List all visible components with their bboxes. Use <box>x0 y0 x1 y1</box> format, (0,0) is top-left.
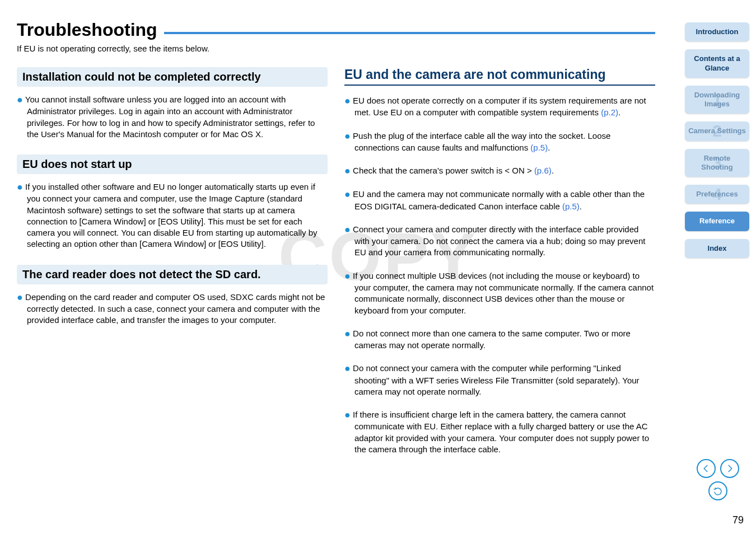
nav-button[interactable]: Index <box>685 239 749 258</box>
bullet-icon: ● <box>344 328 351 339</box>
nav-button[interactable]: 2Camera Settings <box>685 121 749 140</box>
nav-label: Preferences <box>687 190 747 199</box>
list-item: ● If there is insufficient charge left i… <box>344 407 655 455</box>
back-button[interactable] <box>708 481 727 500</box>
arrow-right-icon <box>725 463 735 474</box>
page-ref-link[interactable]: (p.6) <box>534 166 552 175</box>
nav-button[interactable]: Contents at a Glance <box>685 49 749 78</box>
nav-button[interactable]: 1Downloading Images <box>685 86 749 114</box>
page-number: 79 <box>732 514 744 526</box>
bullet-icon: ● <box>344 95 351 106</box>
pager <box>697 459 739 500</box>
text: Do not connect your camera with the comp… <box>353 363 640 396</box>
list-item: ● If you connect multiple USB devices (n… <box>344 269 655 316</box>
text: Push the plug of the interface cable all… <box>353 131 610 152</box>
nav-label: Downloading Images <box>687 91 747 109</box>
text: . <box>618 107 620 117</box>
bullet-icon: ● <box>17 292 23 303</box>
list-item: ● Do not connect more than one camera to… <box>344 326 655 352</box>
nav-label: Introduction <box>687 27 747 36</box>
bullet-icon: ● <box>344 224 351 235</box>
nav-label: Index <box>687 244 747 253</box>
page-title: Troubleshooting <box>17 20 157 40</box>
bullet-icon: ● <box>344 165 351 176</box>
heading-card: The card reader does not detect the SD c… <box>17 265 328 284</box>
bullet-icon: ● <box>344 363 351 374</box>
text: Depending on the card reader and compute… <box>25 292 325 325</box>
title-rule <box>164 32 655 34</box>
nav-label: Reference <box>687 217 747 226</box>
bullet-icon: ● <box>344 130 351 142</box>
text: . <box>552 166 554 175</box>
nav-label: Camera Settings <box>687 127 747 135</box>
right-column: EU and the camera are not communicating … <box>344 67 655 465</box>
text: You cannot install software unless you a… <box>25 95 315 139</box>
text: If you connect multiple USB devices (not… <box>353 271 654 315</box>
intro-text: If EU is not operating correctly, see th… <box>17 44 655 53</box>
bullet-icon: ● <box>344 270 351 282</box>
text: . <box>548 143 550 152</box>
side-nav: IntroductionContents at a Glance1Downloa… <box>685 22 749 258</box>
heading-start: EU does not start up <box>17 154 328 174</box>
list-item: ● EU does not operate correctly on a com… <box>344 93 655 119</box>
bullet-icon: ● <box>17 94 23 105</box>
text: Do not connect more than one camera to t… <box>353 329 631 350</box>
prev-page-button[interactable] <box>697 459 716 478</box>
arrow-left-icon <box>701 463 711 474</box>
page-ref-link[interactable]: (p.5) <box>530 143 548 152</box>
para-start: ● If you installed other software and EU… <box>17 180 328 250</box>
return-icon <box>713 486 723 496</box>
list-item: ● Do not connect your camera with the co… <box>344 361 655 397</box>
para-card: ● Depending on the card reader and compu… <box>17 290 328 326</box>
next-page-button[interactable] <box>720 459 739 478</box>
bullet-icon: ● <box>344 189 351 200</box>
text: Connect your camera and computer directl… <box>353 224 645 257</box>
para-install: ● You cannot install software unless you… <box>17 92 328 140</box>
text: EU and the camera may not communicate no… <box>353 189 645 210</box>
text: If there is insufficient charge left in … <box>353 410 649 454</box>
list-item: ● EU and the camera may not communicate … <box>344 187 655 212</box>
text: Check that the camera's power switch is … <box>353 166 534 175</box>
nav-button[interactable]: Reference <box>685 212 749 231</box>
text: . <box>580 202 582 211</box>
list-item: ● Connect your camera and computer direc… <box>344 222 655 259</box>
heading-install: Installation could not be completed corr… <box>17 67 328 87</box>
nav-label: Contents at a Glance <box>687 54 747 73</box>
list-item: ● Push the plug of the interface cable a… <box>344 129 655 154</box>
nav-button[interactable]: 3Remote Shooting <box>685 149 749 177</box>
left-column: Installation could not be completed corr… <box>17 67 328 465</box>
text: If you installed other software and EU n… <box>25 182 318 249</box>
heading-comm: EU and the camera are not communicating <box>344 67 655 86</box>
bullet-icon: ● <box>17 181 23 193</box>
bullet-icon: ● <box>344 409 351 420</box>
nav-button[interactable]: Introduction <box>685 22 749 41</box>
list-item: ● Check that the camera's power switch i… <box>344 163 655 177</box>
page-ref-link[interactable]: (p.5) <box>562 202 580 211</box>
nav-button[interactable]: 4Preferences <box>685 185 749 204</box>
nav-label: Remote Shooting <box>687 154 747 172</box>
page-ref-link[interactable]: (p.2) <box>601 107 618 117</box>
